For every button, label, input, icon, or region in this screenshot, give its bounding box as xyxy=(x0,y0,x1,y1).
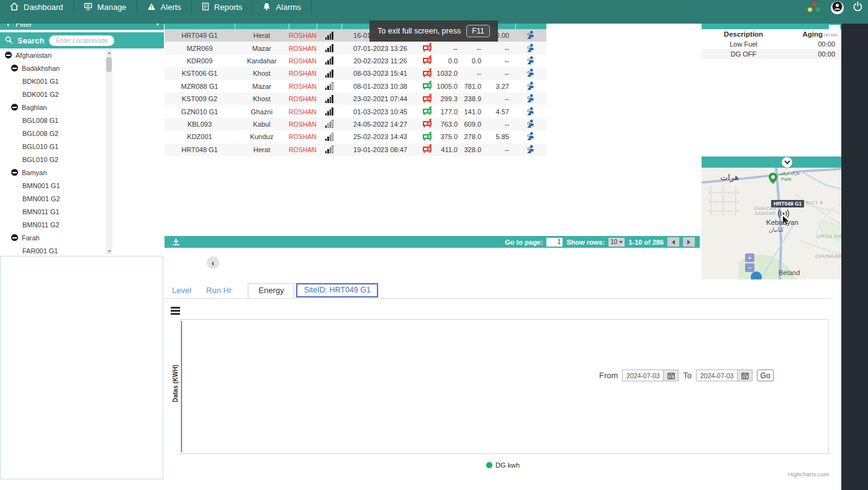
tab-level[interactable]: Level xyxy=(165,286,199,298)
table-row[interactable]: HRT048 G1HeratROSHAN19-01-2023 08:47411.… xyxy=(165,143,546,156)
table-row[interactable]: KDR009KandaharROSHAN20-02-2023 11:260.00… xyxy=(165,55,546,67)
from-date-input[interactable] xyxy=(622,370,663,381)
table-row[interactable]: KDZ001KunduzROSHAN25-02-2023 14:43375.02… xyxy=(165,130,546,143)
site-engineer-icon[interactable] xyxy=(526,94,536,104)
chevron-down-icon xyxy=(619,241,623,243)
next-page-button[interactable] xyxy=(683,237,695,247)
site-map[interactable]: هرات بارک ترقی Park DISTRICT 6 HRT049 G1… xyxy=(702,168,841,279)
status-dot-red xyxy=(812,2,816,6)
table-row[interactable]: KBL093KabulROSHAN24-05-2022 14:27763.060… xyxy=(165,118,546,130)
nav-item-manage[interactable]: Manage xyxy=(74,0,137,14)
nav-label: Dashboard xyxy=(24,2,63,12)
table-row[interactable]: MZR069MazarROSHAN07-01-2023 13:26------ xyxy=(165,42,546,54)
from-calendar-button[interactable] xyxy=(663,370,679,381)
tree-item-badakhshan[interactable]: Badakhshan xyxy=(0,61,164,75)
cell-operator: ROSHAN xyxy=(289,146,317,153)
highcharts-credit[interactable]: Highcharts.com xyxy=(774,471,829,478)
zoom-out-button[interactable]: − xyxy=(745,263,754,272)
search-input[interactable] xyxy=(49,35,114,46)
tree-item-bamyan[interactable]: Bamyan xyxy=(0,166,164,179)
collapse-minus-icon[interactable] xyxy=(11,169,18,176)
rows-per-page-select[interactable]: 10 xyxy=(608,238,625,247)
chevron-left-icon: ‹ xyxy=(212,258,214,268)
tree-item-bgl010-g1[interactable]: BGL010 G1 xyxy=(0,140,164,153)
calendar-icon xyxy=(667,372,675,379)
site-engineer-icon[interactable] xyxy=(526,56,536,66)
prev-page-button[interactable] xyxy=(667,237,679,247)
page-number-input[interactable] xyxy=(546,238,563,247)
site-engineer-icon[interactable] xyxy=(526,145,536,155)
cell-site-id: MZR088 G1 xyxy=(165,83,235,90)
power-icon xyxy=(852,1,863,14)
scrollbar-thumb[interactable] xyxy=(106,57,112,72)
tree-item-bmn001-g1[interactable]: BMN001 G1 xyxy=(0,179,164,192)
to-calendar-button[interactable] xyxy=(737,370,753,381)
cell-city: Mazar xyxy=(235,83,289,90)
site-engineer-icon[interactable] xyxy=(526,43,536,53)
tree-item-baghlan[interactable]: Baghlan xyxy=(0,101,164,114)
collapse-minus-icon[interactable] xyxy=(11,65,18,71)
collapse-minus-icon[interactable] xyxy=(11,104,18,111)
to-date-input[interactable] xyxy=(696,370,737,381)
scroll-up-icon[interactable] xyxy=(106,50,112,56)
cell-operator: ROSHAN xyxy=(289,57,317,65)
tree-scrollbar[interactable] xyxy=(106,50,112,255)
tree-item-farah[interactable]: Farah xyxy=(0,231,164,244)
nav-label: Manage xyxy=(97,2,127,12)
tree-item-bmn011-g1[interactable]: BMN011 G1 xyxy=(0,205,164,218)
nav-item-dashboard[interactable]: Dashboard xyxy=(0,0,74,14)
scroll-down-icon[interactable] xyxy=(106,248,112,255)
site-engineer-icon[interactable] xyxy=(526,30,536,40)
alarm-row[interactable]: DG OFF00:00 xyxy=(702,49,841,59)
collapse-minus-icon[interactable] xyxy=(5,52,12,58)
signal-strength-icon xyxy=(325,145,333,153)
nav-item-alarms[interactable]: Alarms xyxy=(253,0,311,14)
tree-item-label: Baghlan xyxy=(22,104,47,111)
tree-item-bgl008-g2[interactable]: BGL008 G2 xyxy=(0,127,164,140)
user-profile-button[interactable] xyxy=(831,1,844,14)
tree-item-far001-g1[interactable]: FAR001 G1 xyxy=(0,244,164,256)
tab-energy[interactable]: Energy xyxy=(248,283,294,298)
tree-item-bgl010-g2[interactable]: BGL010 G2 xyxy=(0,153,164,166)
chart-legend[interactable]: DG kwh xyxy=(486,461,520,469)
alarm-row[interactable]: Low Fuel00:00 xyxy=(702,39,841,49)
site-engineer-icon[interactable] xyxy=(526,81,536,91)
status-dots-indicator[interactable] xyxy=(807,2,822,13)
go-button[interactable]: Go xyxy=(757,370,774,381)
chart-menu-icon[interactable] xyxy=(171,307,180,315)
tree-item-bdk001-g2[interactable]: BDK001 G2 xyxy=(0,88,164,101)
power-button[interactable] xyxy=(852,1,863,14)
cell-value-1: 177.0 xyxy=(435,108,464,116)
table-row[interactable]: MZR088 G1MazarROSHAN08-01-2023 10:381005… xyxy=(165,80,546,93)
tree-item-bmn001-g2[interactable]: BMN001 G2 xyxy=(0,192,164,205)
zoom-in-button[interactable]: + xyxy=(745,253,754,262)
cell-generator-status xyxy=(419,132,435,142)
cell-site-id: MZR069 xyxy=(165,45,235,52)
tree-item-bgl008-g1[interactable]: BGL008 G1 xyxy=(0,114,164,127)
collapse-detail-button[interactable]: ‹ xyxy=(207,256,219,269)
site-engineer-icon[interactable] xyxy=(526,119,536,129)
from-label: From xyxy=(599,371,618,380)
collapse-minus-icon[interactable] xyxy=(11,234,18,241)
search-icon xyxy=(5,35,12,46)
nav-item-alerts[interactable]: Alerts xyxy=(137,0,192,14)
nav-item-reports[interactable]: Reports xyxy=(192,0,253,14)
tab-siteid[interactable]: SiteID: HRT049 G1 xyxy=(296,283,377,297)
search-label: Search xyxy=(17,36,44,45)
tree-item-bdk001-g1[interactable]: BDK001 G1 xyxy=(0,75,164,88)
site-engineer-icon[interactable] xyxy=(526,68,536,78)
tree-item-afghanistan[interactable]: Afghanistan xyxy=(0,48,164,61)
table-row[interactable]: KST009 G2KhostROSHAN23-02-2021 07:44299.… xyxy=(165,93,546,105)
site-engineer-icon[interactable] xyxy=(526,107,536,117)
table-row[interactable]: GZN010 G1GhazniROSHAN01-03-2023 10:45177… xyxy=(165,105,546,117)
table-row[interactable]: KST006 G1KhostROSHAN08-03-2023 15:411032… xyxy=(165,67,546,79)
map-panel-header xyxy=(702,157,841,168)
tree-item-bmn011-g2[interactable]: BMN011 G2 xyxy=(0,218,164,231)
map-collapse-button[interactable] xyxy=(782,157,792,168)
tab-run-hr[interactable]: Run Hr xyxy=(199,286,239,298)
cell-datetime: 20-02-2023 11:26 xyxy=(341,57,419,65)
site-engineer-icon[interactable] xyxy=(526,132,536,142)
cell-value-1: 411.0 xyxy=(435,146,464,153)
download-icon[interactable] xyxy=(172,238,180,246)
cell-signal xyxy=(317,145,341,153)
